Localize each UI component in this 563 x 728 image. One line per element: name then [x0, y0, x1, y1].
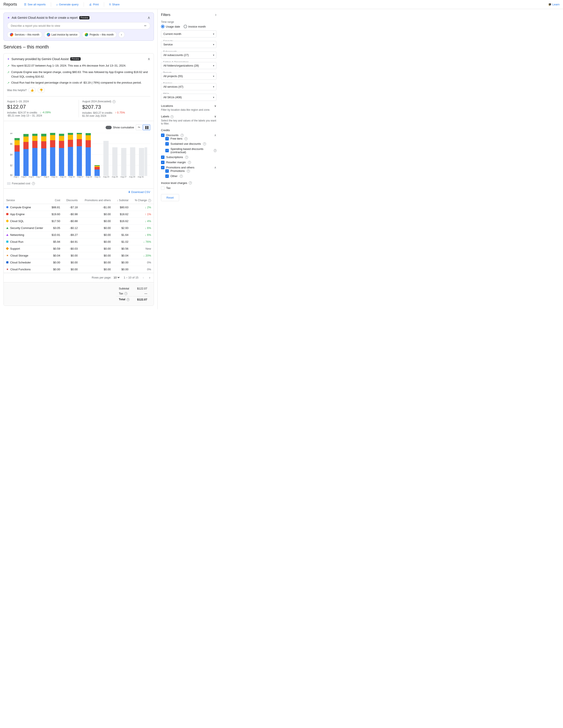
credits-header: Credits — [161, 129, 216, 132]
svg-rect-41 — [86, 133, 91, 135]
discounts-cell: $0.00 — [63, 266, 80, 273]
generate-query-link[interactable]: ⌕ Generate query — [56, 3, 78, 6]
projects-section: Projects All projects (55) — [161, 73, 216, 80]
bar-chart-svg: $8 $6 $4 $2 $0 — [7, 133, 150, 176]
learn-link[interactable]: 🎓 Learn — [548, 3, 560, 6]
chip-services[interactable]: Services – this month — [7, 31, 42, 38]
service-name-cell: Networking — [4, 231, 48, 238]
service-name-cell: ★ Cloud Storage — [4, 252, 48, 259]
spending-help[interactable]: ? — [214, 149, 216, 152]
promotions-cell: $0.00 — [80, 218, 113, 224]
see-all-reports-link[interactable]: ☰ See all reports — [24, 3, 46, 6]
thumbs-up-btn[interactable]: 👍 — [28, 87, 36, 93]
chip-last-invoice[interactable]: Last invoice by service — [44, 31, 80, 38]
svg-rect-32 — [68, 135, 73, 140]
line-chart-btn[interactable]: 〜 — [136, 124, 142, 130]
metrics-row: August 1–19, 2024 $122.07 includes -$24.… — [7, 96, 150, 117]
tax-checkbox-unchecked[interactable] — [161, 186, 164, 190]
subtotal-cell: $1.64 — [113, 231, 131, 238]
summary-collapse-btn[interactable]: ∧ — [148, 57, 150, 61]
svg-rect-42 — [94, 170, 100, 176]
cost-cell: $17.50 — [48, 218, 63, 224]
gemini-collapse-btn[interactable]: ∧ — [147, 15, 150, 20]
other-help[interactable]: ? — [180, 175, 183, 178]
forecasted-box — [7, 182, 11, 185]
invoice-charges-help[interactable]: ? — [189, 181, 192, 184]
services-filter-select[interactable]: All services (47) — [161, 83, 216, 90]
rows-per-page-select[interactable]: 10 25 50 — [113, 276, 120, 279]
svg-rect-37 — [77, 133, 82, 134]
download-csv-row: ⬇ Download CSV — [4, 189, 154, 195]
subaccounts-select[interactable]: All subaccounts (27) — [161, 51, 216, 59]
sidebar-collapse-btn[interactable]: › — [215, 12, 216, 17]
service-name-cell: App Engine — [4, 211, 48, 218]
total-value: $122.07 — [132, 296, 150, 302]
svg-rect-48 — [112, 147, 117, 176]
projects-select[interactable]: All projects (55) — [161, 73, 216, 80]
svg-rect-13 — [23, 134, 28, 137]
promotions-checkbox[interactable]: ✓ — [165, 169, 169, 173]
discounts-cell: $0.00 — [63, 259, 80, 266]
sustained-help[interactable]: ? — [203, 142, 206, 145]
share-link[interactable]: ⎘ Share — [109, 3, 120, 6]
invoice-month-radio[interactable]: Invoice month — [184, 25, 206, 28]
time-range-section: Time range Usage date Invoice month Curr… — [161, 20, 216, 37]
col-change: % Change ? — [131, 197, 154, 204]
total-help-icon[interactable]: ? — [126, 298, 129, 301]
usage-date-radio[interactable]: Usage date — [161, 25, 180, 28]
chip-projects[interactable]: Projects – this month — [82, 31, 116, 38]
print-link[interactable]: 🖨 Print — [89, 3, 99, 6]
gemini-input[interactable] — [11, 24, 142, 27]
forecasted-help-icon-2[interactable]: ? — [32, 182, 35, 185]
thumbs-down-btn[interactable]: 👎 — [37, 87, 45, 93]
bar-chart-btn[interactable]: ▐▐ — [143, 124, 150, 130]
reset-button[interactable]: Reset — [161, 194, 179, 201]
folders-section: Folders & Organizations All folders/orga… — [161, 62, 216, 69]
subscriptions-checkbox-row: ✓ Subscriptions ? — [161, 156, 216, 159]
table-body: Compute Engine $88.81 -$7.18 -$1.00 $80.… — [4, 204, 154, 273]
svg-rect-20 — [41, 136, 46, 141]
usage-date-radio-circle — [161, 25, 164, 28]
locations-header[interactable]: Locations ∨ — [161, 104, 216, 107]
change-help-icon[interactable]: ? — [148, 199, 151, 202]
skus-select[interactable]: All SKUs (408) — [161, 94, 216, 101]
sustained-checkbox[interactable]: ✓ — [165, 142, 169, 146]
subscriptions-checkbox[interactable]: ✓ — [161, 156, 164, 159]
svg-rect-12 — [23, 137, 28, 142]
reseller-checkbox[interactable]: ✓ — [161, 161, 164, 164]
tax-help-icon[interactable]: ? — [124, 292, 127, 295]
group-by-select[interactable]: Service — [161, 41, 216, 48]
next-page-btn[interactable]: › — [148, 276, 151, 280]
labels-help-icon[interactable]: ? — [170, 115, 173, 118]
spending-checkbox[interactable]: ✓ — [165, 149, 169, 152]
col-discounts: Discounts — [63, 197, 80, 204]
service-name-cell: Support — [4, 245, 48, 252]
promotions-collapse-icon[interactable]: ∧ — [214, 166, 216, 169]
free-tiers-help[interactable]: ? — [184, 137, 187, 140]
change-cell: ↓ 76% — [131, 238, 154, 245]
download-csv-link[interactable]: ⬇ Download CSV — [128, 190, 150, 194]
chart-controls: Show cumulative 〜 ▐▐ — [7, 124, 150, 130]
credits-section: Credits ✓ Discounts ? ∧ ✓ Free tiers ? ✓… — [161, 129, 216, 178]
chip-more[interactable]: › — [118, 31, 125, 38]
labels-header[interactable]: Labels ? ∨ — [161, 115, 216, 118]
subscriptions-help[interactable]: ? — [185, 156, 188, 159]
toggle-switch[interactable] — [106, 126, 112, 129]
gemini-send-icon[interactable]: ✏ — [144, 24, 146, 27]
other-checkbox[interactable]: ✓ — [165, 174, 169, 178]
reseller-help[interactable]: ? — [188, 161, 191, 164]
discounts-checkbox[interactable]: ✓ — [161, 134, 164, 137]
promotions-others-checkbox[interactable]: ✓ — [161, 166, 164, 169]
prev-page-btn[interactable]: ‹ — [142, 276, 145, 280]
svg-text:$8: $8 — [10, 133, 13, 134]
discounts-help[interactable]: ? — [181, 134, 184, 137]
current-month-select[interactable]: Current month — [161, 30, 216, 37]
svg-rect-28 — [59, 136, 64, 141]
promotions-help[interactable]: ? — [187, 170, 190, 173]
discounts-collapse-icon[interactable]: ∧ — [214, 134, 216, 137]
summary-title: ✦ Summary provided by Gemini Cloud Assis… — [7, 57, 81, 61]
folders-select[interactable]: All folders/organizations (28) — [161, 62, 216, 69]
forecasted-help-icon[interactable]: ? — [112, 100, 115, 103]
show-cumulative-toggle[interactable]: Show cumulative — [106, 126, 134, 129]
free-tiers-checkbox[interactable]: ✓ — [165, 137, 169, 140]
